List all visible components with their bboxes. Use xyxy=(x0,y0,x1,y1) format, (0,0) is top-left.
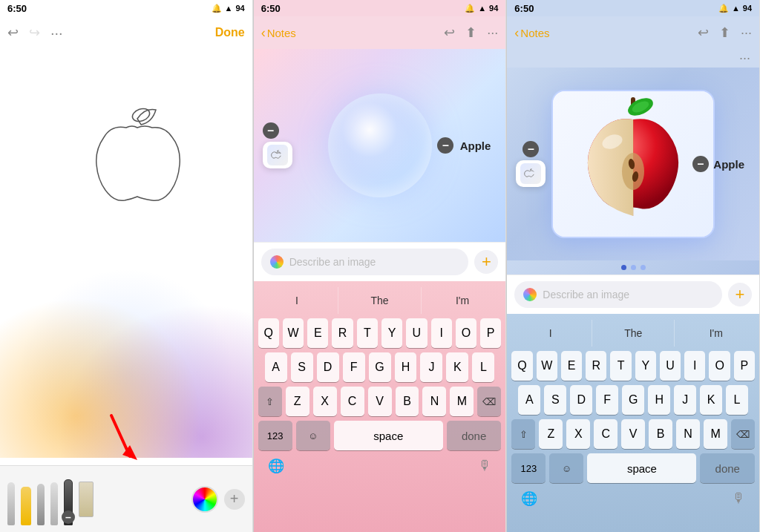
key-e-3[interactable]: E xyxy=(561,351,582,381)
key-w-2[interactable]: W xyxy=(283,318,304,348)
key-i-2[interactable]: I xyxy=(431,318,452,348)
key-v-3[interactable]: V xyxy=(621,419,645,449)
suggest-i-2[interactable]: I xyxy=(256,287,339,314)
key-q-3[interactable]: Q xyxy=(511,351,532,381)
key-x-2[interactable]: X xyxy=(313,387,337,416)
key-shift-3[interactable]: ⇧ xyxy=(511,419,535,449)
key-t-2[interactable]: T xyxy=(357,318,378,348)
key-j-2[interactable]: J xyxy=(420,352,442,382)
key-v-2[interactable]: V xyxy=(368,387,392,416)
key-p-3[interactable]: P xyxy=(734,351,755,381)
key-s-2[interactable]: S xyxy=(291,352,313,382)
undo-icon[interactable]: ↩ xyxy=(7,24,19,41)
key-h-2[interactable]: H xyxy=(395,352,417,382)
image-gen-input-3[interactable]: Describe an image xyxy=(514,281,722,308)
tool-pencil[interactable] xyxy=(50,473,58,525)
key-q-2[interactable]: Q xyxy=(258,318,279,348)
remove-right[interactable]: – xyxy=(437,137,453,154)
tool-pencil-dark[interactable]: – xyxy=(64,473,73,525)
suggest-the-2[interactable]: The xyxy=(338,287,422,314)
key-n-2[interactable]: N xyxy=(422,387,446,416)
add-tool-button[interactable]: + xyxy=(224,489,245,510)
key-d-3[interactable]: D xyxy=(570,385,592,415)
key-done-2[interactable]: done xyxy=(447,421,502,450)
undo-icon-2[interactable]: ↩ xyxy=(444,24,455,41)
remove-right-3[interactable]: – xyxy=(692,156,709,172)
key-num-2[interactable]: 123 xyxy=(258,421,292,450)
key-o-2[interactable]: O xyxy=(456,318,476,348)
key-e-2[interactable]: E xyxy=(307,318,328,348)
key-d-2[interactable]: D xyxy=(317,352,339,382)
back-button-3[interactable]: ‹ Notes xyxy=(514,25,549,41)
undo-icon-3[interactable]: ↩ xyxy=(698,24,709,41)
key-b-2[interactable]: B xyxy=(396,387,419,416)
key-m-2[interactable]: M xyxy=(450,387,474,416)
key-space-3[interactable]: space xyxy=(587,453,696,483)
key-r-2[interactable]: R xyxy=(332,318,353,348)
suggest-im-3[interactable]: I'm xyxy=(675,320,757,347)
key-delete-3[interactable]: ⌫ xyxy=(731,419,755,449)
key-delete-2[interactable]: ⌫ xyxy=(477,387,501,416)
key-shift-2[interactable]: ⇧ xyxy=(258,387,282,416)
key-s-3[interactable]: S xyxy=(544,385,566,415)
key-u-3[interactable]: U xyxy=(660,351,681,381)
tool-ruler[interactable] xyxy=(79,473,94,525)
key-c-3[interactable]: C xyxy=(594,419,618,449)
key-w-3[interactable]: W xyxy=(537,351,557,381)
share-icon-2[interactable]: ⬆ xyxy=(465,24,476,41)
key-y-3[interactable]: Y xyxy=(635,351,656,381)
key-num-3[interactable]: 123 xyxy=(511,453,546,483)
globe-icon-2[interactable]: 🌐 xyxy=(268,458,284,474)
tool-pen[interactable] xyxy=(7,473,15,525)
gen-plus-button-2[interactable]: + xyxy=(474,250,498,274)
suggest-i-3[interactable]: I xyxy=(509,320,592,347)
more-icon[interactable]: ··· xyxy=(50,24,63,42)
key-y-2[interactable]: Y xyxy=(381,318,402,348)
redo-icon[interactable]: ↪ xyxy=(29,24,40,41)
key-z-2[interactable]: Z xyxy=(286,387,309,416)
key-k-2[interactable]: K xyxy=(446,352,468,382)
globe-icon-3[interactable]: 🌐 xyxy=(521,490,537,507)
suggest-im-2[interactable]: I'm xyxy=(422,287,504,314)
key-n-3[interactable]: N xyxy=(676,419,700,449)
more-icon-3[interactable]: ··· xyxy=(741,25,752,41)
key-a-2[interactable]: A xyxy=(265,352,287,382)
key-emoji-3[interactable]: ☺ xyxy=(549,453,583,483)
color-wheel-button[interactable] xyxy=(191,486,218,513)
key-i-3[interactable]: I xyxy=(684,351,705,381)
tool-marker[interactable] xyxy=(21,473,31,525)
more-icon-2[interactable]: ··· xyxy=(487,25,498,41)
key-g-2[interactable]: G xyxy=(369,352,391,382)
key-m-3[interactable]: M xyxy=(704,419,727,449)
gen-plus-button-3[interactable]: + xyxy=(728,283,752,306)
key-a-3[interactable]: A xyxy=(518,385,540,415)
key-r-3[interactable]: R xyxy=(586,351,606,381)
mic-icon-2[interactable]: 🎙 xyxy=(478,458,491,474)
key-l-2[interactable]: L xyxy=(472,352,494,382)
remove-badge-left-3[interactable]: – xyxy=(522,141,539,157)
key-c-2[interactable]: C xyxy=(341,387,364,416)
key-g-3[interactable]: G xyxy=(622,385,644,415)
key-l-3[interactable]: L xyxy=(726,385,748,415)
share-icon-3[interactable]: ⬆ xyxy=(719,24,730,41)
back-button-2[interactable]: ‹ Notes xyxy=(261,25,296,41)
key-b-3[interactable]: B xyxy=(649,419,672,449)
suggest-the-3[interactable]: The xyxy=(592,320,675,347)
tool-pen-gray[interactable] xyxy=(37,473,45,525)
done-button[interactable]: Done xyxy=(215,26,245,39)
remove-badge-left[interactable]: – xyxy=(263,122,279,139)
key-f-3[interactable]: F xyxy=(596,385,618,415)
key-f-2[interactable]: F xyxy=(343,352,365,382)
image-gen-input-2[interactable]: Describe an image xyxy=(261,249,469,275)
key-t-3[interactable]: T xyxy=(610,351,631,381)
key-k-3[interactable]: K xyxy=(700,385,722,415)
key-p-2[interactable]: P xyxy=(480,318,501,348)
key-u-2[interactable]: U xyxy=(406,318,427,348)
key-emoji-2[interactable]: ☺ xyxy=(296,421,330,450)
more-dots-icon[interactable]: ··· xyxy=(739,50,750,66)
key-x-3[interactable]: X xyxy=(566,419,590,449)
key-z-3[interactable]: Z xyxy=(539,419,563,449)
key-o-3[interactable]: O xyxy=(709,351,730,381)
key-h-3[interactable]: H xyxy=(648,385,670,415)
key-j-3[interactable]: J xyxy=(674,385,696,415)
